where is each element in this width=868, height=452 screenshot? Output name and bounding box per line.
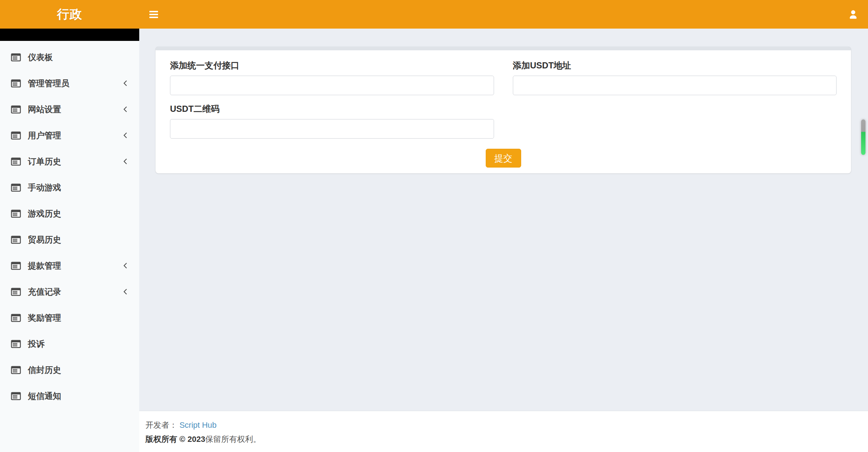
list-alt-icon xyxy=(11,392,21,400)
developer-link[interactable]: Script Hub xyxy=(179,421,217,430)
list-alt-icon xyxy=(11,105,21,114)
scrollbar-indicator[interactable] xyxy=(861,119,865,155)
unified-payment-api-label: 添加统一支付接口 xyxy=(170,60,494,71)
sidebar-item-dashboard[interactable]: 仪表板 xyxy=(0,44,139,70)
sidebar-toggle-button[interactable] xyxy=(145,6,162,23)
sidebar-item-label: 管理管理员 xyxy=(28,78,69,89)
page-footer: 开发者： Script Hub 版权所有 © 2023保留所有权利。 xyxy=(139,411,868,452)
sidebar-item-sms-notifications[interactable]: 短信通知 xyxy=(0,383,139,409)
sidebar-item-label: 投诉 xyxy=(28,338,44,350)
sidebar-item-label: 短信通知 xyxy=(28,390,61,402)
list-alt-icon xyxy=(11,183,21,192)
payment-settings-card: 添加统一支付接口 添加USDT地址 USDT二维码 提 xyxy=(156,47,851,173)
sidebar-item-label: 手动游戏 xyxy=(28,182,61,193)
copyright-rest-text: 保留所有权利。 xyxy=(205,435,261,444)
sidebar-item-envelope-history[interactable]: 信封历史 xyxy=(0,357,139,383)
submit-button[interactable]: 提交 xyxy=(486,149,521,168)
list-alt-icon xyxy=(11,288,21,296)
list-alt-icon xyxy=(11,340,21,348)
list-alt-icon xyxy=(11,53,21,62)
sidebar-item-label: 信封历史 xyxy=(28,364,61,376)
sidebar-item-label: 订单历史 xyxy=(28,156,61,167)
sidebar-item-order-history[interactable]: 订单历史 xyxy=(0,148,139,174)
usdt-address-label: 添加USDT地址 xyxy=(513,60,837,71)
sidebar-top-bar xyxy=(0,29,139,41)
sidebar: 仪表板 管理管理员 网站设置 用户管理 订单历史 xyxy=(0,29,139,452)
sidebar-item-manual-games[interactable]: 手动游戏 xyxy=(0,174,139,200)
top-navbar: 行政 xyxy=(0,0,868,29)
sidebar-item-game-history[interactable]: 游戏历史 xyxy=(0,200,139,227)
chevron-left-icon xyxy=(123,106,128,113)
list-alt-icon xyxy=(11,79,21,88)
sidebar-item-label: 仪表板 xyxy=(28,52,53,63)
sidebar-item-recharge-records[interactable]: 充值记录 xyxy=(0,279,139,305)
usdt-address-input[interactable] xyxy=(513,76,837,95)
sidebar-item-withdrawal-management[interactable]: 提款管理 xyxy=(0,253,139,279)
chevron-left-icon xyxy=(123,132,128,139)
chevron-left-icon xyxy=(123,288,128,295)
usdt-qrcode-input[interactable] xyxy=(170,119,494,139)
list-alt-icon xyxy=(11,366,21,374)
sidebar-item-complaints[interactable]: 投诉 xyxy=(0,331,139,357)
developer-label: 开发者： xyxy=(145,421,177,430)
user-menu-button[interactable] xyxy=(845,6,861,23)
copyright-bold-text: 版权所有 © 2023 xyxy=(145,435,205,444)
chevron-left-icon xyxy=(123,262,128,269)
sidebar-item-reward-management[interactable]: 奖励管理 xyxy=(0,305,139,331)
sidebar-item-label: 游戏历史 xyxy=(28,208,61,219)
list-alt-icon xyxy=(11,210,21,218)
list-alt-icon xyxy=(11,157,21,166)
unified-payment-api-input[interactable] xyxy=(170,76,494,95)
sidebar-item-label: 奖励管理 xyxy=(28,312,61,324)
sidebar-item-label: 充值记录 xyxy=(28,286,61,297)
hamburger-icon xyxy=(149,11,158,18)
list-alt-icon xyxy=(11,131,21,140)
list-alt-icon xyxy=(11,314,21,322)
sidebar-item-trade-history[interactable]: 贸易历史 xyxy=(0,227,139,253)
app-title: 行政 xyxy=(57,6,82,23)
sidebar-item-label: 贸易历史 xyxy=(28,234,61,245)
sidebar-item-site-settings[interactable]: 网站设置 xyxy=(0,96,139,122)
chevron-left-icon xyxy=(123,158,128,165)
sidebar-menu: 仪表板 管理管理员 网站设置 用户管理 订单历史 xyxy=(0,41,139,409)
sidebar-item-user-management[interactable]: 用户管理 xyxy=(0,122,139,148)
sidebar-item-label: 用户管理 xyxy=(28,130,61,141)
list-alt-icon xyxy=(11,236,21,244)
sidebar-item-admin-management[interactable]: 管理管理员 xyxy=(0,70,139,96)
content-area: 添加统一支付接口 添加USDT地址 USDT二维码 提 xyxy=(139,29,868,411)
usdt-qrcode-label: USDT二维码 xyxy=(170,103,494,115)
sidebar-item-label: 提款管理 xyxy=(28,260,61,271)
user-icon xyxy=(848,9,859,20)
brand-area[interactable]: 行政 xyxy=(0,6,139,23)
sidebar-item-label: 网站设置 xyxy=(28,104,61,115)
chevron-left-icon xyxy=(123,80,128,87)
list-alt-icon xyxy=(11,262,21,270)
